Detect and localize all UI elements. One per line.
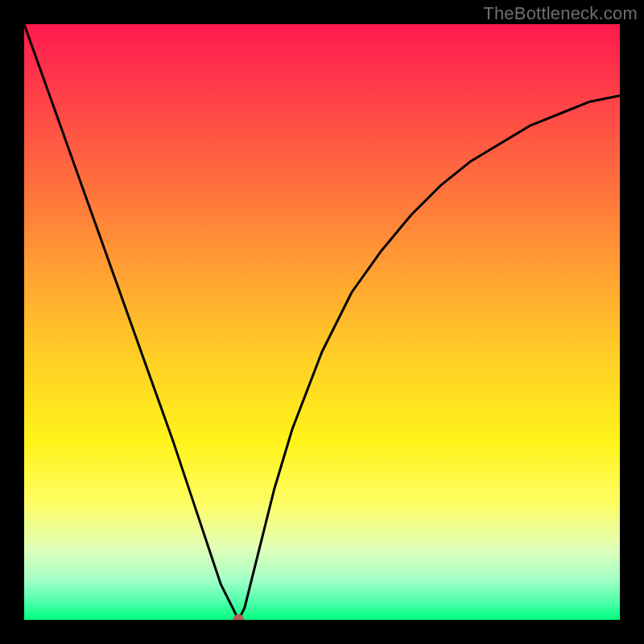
chart-frame: TheBottleneck.com <box>0 0 644 644</box>
plot-area <box>24 24 620 620</box>
gradient-background <box>24 24 620 620</box>
watermark-text: TheBottleneck.com <box>483 3 638 24</box>
